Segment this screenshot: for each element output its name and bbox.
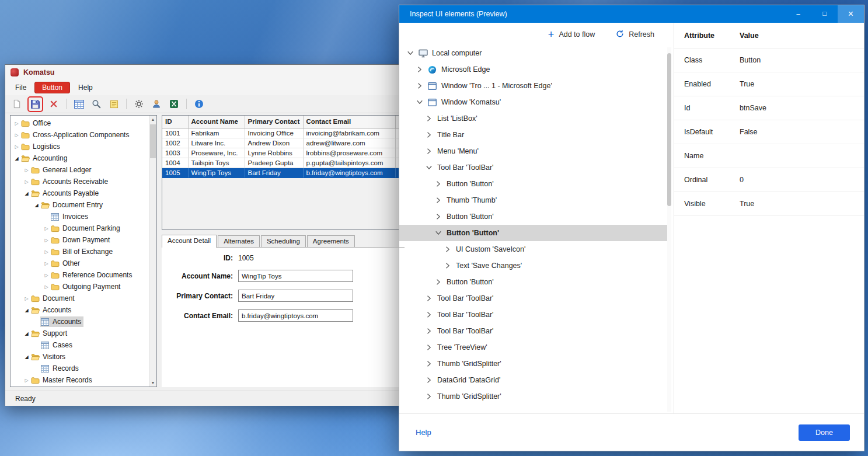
chevron-right-icon[interactable] [435, 279, 441, 285]
tree-item-records[interactable]: Records [11, 363, 156, 374]
refresh-button[interactable]: Refresh [616, 30, 654, 40]
contact-email-input[interactable] [238, 309, 353, 322]
tree-item-cases[interactable]: Cases [11, 339, 156, 351]
chevron-right-icon[interactable] [426, 344, 432, 350]
column-header-primary-contact[interactable]: Primary Contact [245, 116, 303, 128]
inspector-tree-item[interactable]: Button 'Button' [399, 176, 669, 192]
table-row[interactable]: 1005WingTip ToysBart Fridayb.friday@wing… [162, 168, 404, 177]
chevron-right-icon[interactable] [426, 148, 432, 154]
tree-item-accounts-receivable[interactable]: ▷Accounts Receivable [11, 176, 156, 187]
inspector-tree-scrollbar[interactable] [667, 47, 671, 412]
settings-gear-icon[interactable] [132, 97, 146, 111]
tree-item-down-payment[interactable]: ▷Down Payment [11, 234, 156, 246]
info-icon[interactable] [192, 97, 206, 111]
tree-item-logistics[interactable]: ▷Logistics [11, 141, 156, 152]
tree-item-support[interactable]: ◢Support [11, 328, 156, 339]
inspector-tree-item[interactable]: DataGrid 'DataGrid' [399, 372, 669, 388]
chevron-right-icon[interactable] [445, 263, 451, 269]
minimize-button[interactable]: − [785, 5, 811, 23]
inspector-tree-item[interactable]: Button 'Button' [399, 274, 669, 290]
close-button[interactable]: × [838, 5, 864, 23]
tree-item-accounts[interactable]: Accounts [11, 316, 156, 328]
tree-collapsed-arrow-icon[interactable]: ▷ [23, 168, 30, 173]
scrollbar-thumb[interactable] [150, 124, 156, 158]
tree-collapsed-arrow-icon[interactable]: ▷ [23, 378, 30, 383]
tree-collapsed-arrow-icon[interactable]: ▷ [43, 284, 50, 290]
komatsu-tree-scrollbar[interactable] [149, 116, 156, 387]
inspector-tree-item[interactable]: Thumb 'Thumb' [399, 192, 669, 208]
inspector-tree-item[interactable]: UI Custom 'SaveIcon' [399, 241, 669, 257]
inspector-tree-item[interactable]: Tree 'TreeView' [399, 339, 669, 356]
inspector-tree-item[interactable]: List 'ListBox' [399, 110, 669, 127]
chevron-right-icon[interactable] [435, 214, 441, 220]
table-row[interactable]: 1004Tailspin ToysPradeep Guptap.gupta@ta… [162, 158, 404, 168]
inspector-tree-item[interactable]: Button 'Button' [399, 208, 669, 225]
tree-item-master-records[interactable]: ▷Master Records [11, 374, 156, 386]
tree-item-other[interactable]: ▷Other [11, 257, 156, 269]
scrollbar-thumb[interactable] [667, 53, 671, 206]
tree-expanded-arrow-icon[interactable]: ◢ [23, 191, 30, 196]
tree-collapsed-arrow-icon[interactable]: ▷ [43, 238, 50, 243]
chevron-down-icon[interactable] [417, 99, 423, 105]
delete-icon[interactable] [47, 97, 61, 111]
inspector-tree-item[interactable]: Window 'Komatsu' [399, 94, 669, 110]
search-icon[interactable] [89, 97, 103, 111]
tree-item-document-parking[interactable]: ▷Document Parking [11, 222, 156, 234]
inspector-tree-item[interactable]: Title Bar [399, 127, 669, 143]
inspector-tree-item[interactable]: Thumb 'GridSplitter' [399, 356, 669, 372]
tree-item-outgoing-payment[interactable]: ▷Outgoing Payment [11, 281, 156, 293]
inspector-tree-item[interactable]: Tool Bar 'ToolBar' [399, 323, 669, 339]
maximize-button[interactable]: □ [811, 5, 838, 23]
chevron-right-icon[interactable] [417, 83, 423, 89]
tree-collapsed-arrow-icon[interactable]: ▷ [13, 121, 20, 126]
tree-expanded-arrow-icon[interactable]: ◢ [33, 203, 40, 208]
chevron-right-icon[interactable] [417, 67, 423, 72]
tree-item-reference-documents[interactable]: ▷Reference Documents [11, 269, 156, 281]
tab-alternates[interactable]: Alternates [218, 235, 260, 247]
inspector-tree-item[interactable]: Text 'Save Changes' [399, 257, 669, 274]
inspector-tree-item[interactable]: Tool Bar 'ToolBar' [399, 307, 669, 323]
help-link[interactable]: Help [416, 428, 431, 437]
tree-collapsed-arrow-icon[interactable]: ▷ [43, 261, 50, 266]
primary-contact-input[interactable] [238, 290, 353, 302]
tree-item-document-entry[interactable]: ◢Document Entry [11, 199, 156, 211]
menu-item-file[interactable]: File [11, 82, 30, 93]
tree-item-office[interactable]: ▷Office [11, 117, 156, 129]
inspector-tree-item[interactable]: Button 'Button' [399, 225, 669, 241]
inspector-tree-item[interactable]: Local computer [399, 45, 669, 61]
tree-item-visitors[interactable]: ◢Visitors [11, 351, 156, 363]
save-icon[interactable] [27, 96, 43, 112]
tree-item-invoices[interactable]: Invoices [11, 211, 156, 222]
tree-item-general-ledger[interactable]: ▷General Ledger [11, 164, 156, 176]
chevron-right-icon[interactable] [435, 197, 441, 203]
inspector-tree-item[interactable]: Tool Bar 'ToolBar' [399, 290, 669, 307]
chevron-right-icon[interactable] [426, 377, 432, 383]
tree-expanded-arrow-icon[interactable]: ◢ [23, 308, 30, 313]
chevron-right-icon[interactable] [426, 361, 432, 367]
chevron-down-icon[interactable] [426, 165, 432, 170]
chevron-right-icon[interactable] [426, 312, 432, 318]
table-row[interactable]: 1003Proseware, Inc.Lynne Robbinslrobbins… [162, 148, 404, 158]
chevron-right-icon[interactable] [445, 246, 451, 252]
tree-collapsed-arrow-icon[interactable]: ▷ [43, 249, 50, 255]
tree-collapsed-arrow-icon[interactable]: ▷ [43, 273, 50, 278]
tab-agreements[interactable]: Agreements [307, 235, 355, 247]
tree-item-bill-of-exchange[interactable]: ▷Bill of Exchange [11, 246, 156, 257]
done-button[interactable]: Done [799, 424, 850, 441]
inspector-tree-item[interactable]: Microsoft Edge [399, 61, 669, 78]
tree-collapsed-arrow-icon[interactable]: ▷ [23, 296, 30, 301]
tree-item-accounts[interactable]: ◢Accounts [11, 304, 156, 316]
tree-collapsed-arrow-icon[interactable]: ▷ [23, 179, 30, 185]
account-name-input[interactable] [238, 270, 353, 282]
table-row[interactable]: 1002Litware Inc.Andrew Dixonadrew@litwar… [162, 138, 404, 148]
tree-item-document[interactable]: ▷Document [11, 293, 156, 304]
tree-item-cross-application-components[interactable]: ▷Cross-Application Components [11, 129, 156, 141]
chevron-right-icon[interactable] [426, 328, 432, 334]
tree-collapsed-arrow-icon[interactable]: ▷ [43, 226, 50, 231]
contacts-icon[interactable] [149, 97, 163, 111]
inspector-tree-item[interactable]: Tool Bar 'ToolBar' [399, 159, 669, 176]
table-view-icon[interactable] [72, 97, 86, 111]
column-header-id[interactable]: ID [162, 116, 188, 128]
inspector-tree-item[interactable]: Menu 'Menu' [399, 143, 669, 159]
chevron-down-icon[interactable] [407, 50, 413, 56]
